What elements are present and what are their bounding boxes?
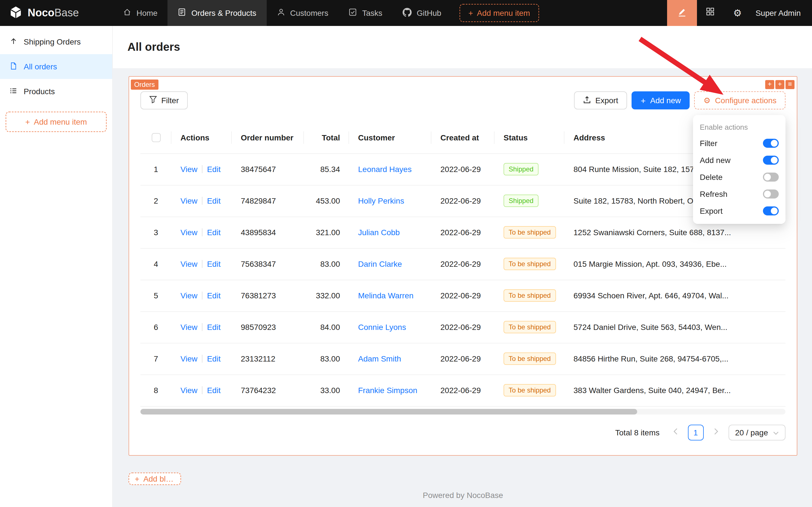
dropdown-item-refresh[interactable]: Refresh (693, 185, 786, 203)
view-link[interactable]: View (180, 386, 197, 395)
edit-link[interactable]: Edit (207, 196, 221, 205)
export-button[interactable]: Export (574, 91, 627, 109)
table-row: 5 ViewEdit 76381273 332.00 Melinda Warre… (140, 280, 786, 311)
edit-link[interactable]: Edit (207, 291, 221, 300)
customer-link[interactable]: Holly Perkins (358, 196, 404, 205)
export-toggle[interactable] (763, 207, 779, 215)
cell-address: 5724 Daniel Drive, Suite 563, 54403, Wen… (565, 311, 786, 343)
column-header-customer: Customer (349, 122, 431, 153)
add-new-button[interactable]: + Add new (632, 91, 690, 109)
block-initializer-icon[interactable]: + (775, 80, 785, 89)
customer-link[interactable]: Melinda Warren (358, 291, 414, 300)
table-row: 2 ViewEdit 74829847 453.00 Holly Perkins… (140, 185, 786, 217)
nav-item-tasks[interactable]: Tasks (338, 0, 393, 26)
table-row: 6 ViewEdit 98570923 84.00 Connie Lyons 2… (140, 311, 786, 343)
customer-link[interactable]: Frankie Simpson (358, 386, 417, 395)
block-add-icon[interactable]: + (765, 80, 774, 89)
sidebar-item-all-orders[interactable]: All orders (0, 54, 112, 79)
sidebar-item-shipping-orders[interactable]: Shipping Orders (0, 29, 112, 54)
row-index: 1 (140, 153, 171, 185)
select-all-checkbox[interactable] (152, 133, 161, 143)
edit-link[interactable]: Edit (207, 386, 221, 395)
table-header-row: Actions Order number Total Customer Crea… (140, 122, 786, 153)
add-new-toggle[interactable] (763, 156, 779, 165)
column-header-created-at: Created at (431, 122, 495, 153)
nav-item-orders-products[interactable]: Orders & Products (168, 0, 267, 26)
customer-link[interactable]: Leonard Hayes (358, 165, 412, 174)
chevron-left-icon (673, 428, 678, 437)
nav-add-menu-item-button[interactable]: + Add menu item (459, 4, 539, 22)
funnel-icon (150, 96, 157, 105)
cell-order-number: 73764232 (232, 375, 304, 406)
powered-by-footer: Powered by NocoBase (128, 490, 797, 505)
sidebar-add-menu-item-button[interactable]: + Add menu item (6, 112, 107, 132)
page-number-button[interactable]: 1 (688, 425, 703, 440)
page-title: All orders (127, 41, 812, 54)
table-row: 3 ViewEdit 43895834 321.00 Julian Cobb 2… (140, 217, 786, 248)
dropdown-item-add-new[interactable]: Add new (693, 152, 786, 169)
next-page-button[interactable] (708, 425, 724, 440)
previous-page-button[interactable] (668, 425, 683, 440)
divider (202, 355, 202, 362)
page-size-select[interactable]: 20 / page (728, 425, 786, 440)
nav-item-home[interactable]: Home (113, 0, 168, 26)
filter-button[interactable]: Filter (140, 91, 188, 109)
cell-total: 321.00 (304, 217, 349, 248)
configure-actions-button[interactable]: ⚙ Configure actions (694, 91, 786, 109)
sidebar-item-products[interactable]: Products (0, 79, 112, 104)
cell-address: 69934 Schoen River, Apt. 646, 49704, Wal… (565, 280, 786, 311)
edit-link[interactable]: Edit (207, 260, 221, 269)
dropdown-item-filter[interactable]: Filter (693, 135, 786, 152)
cell-order-number: 98570923 (232, 311, 304, 343)
edit-link[interactable]: Edit (207, 354, 221, 363)
dropdown-item-delete[interactable]: Delete (693, 169, 786, 185)
scrollbar-thumb[interactable] (140, 409, 637, 414)
column-header-actions: Actions (171, 122, 232, 153)
add-block-button[interactable]: + Add block (128, 472, 181, 485)
drag-handle-icon[interactable]: ≡ (786, 80, 795, 89)
cell-created-at: 2022-06-29 (431, 375, 495, 406)
view-link[interactable]: View (180, 291, 197, 300)
view-link[interactable]: View (180, 260, 197, 269)
divider (202, 165, 202, 173)
nav-item-github[interactable]: GitHub (393, 0, 451, 26)
edit-link[interactable]: Edit (207, 323, 221, 332)
row-index: 2 (140, 185, 171, 217)
row-index: 5 (140, 280, 171, 311)
customer-link[interactable]: Darin Clarke (358, 260, 402, 269)
app-grid-icon (706, 7, 715, 19)
nocobase-logo[interactable]: NocoBase (0, 0, 113, 26)
nav-item-customers[interactable]: Customers (267, 0, 338, 26)
main-area: All orders Orders + + ≡ Filter (113, 26, 812, 507)
view-link[interactable]: View (180, 196, 197, 205)
user-icon (277, 8, 285, 18)
status-badge: To be shipped (504, 226, 556, 238)
plugins-button[interactable] (697, 0, 724, 26)
delete-toggle[interactable] (763, 173, 779, 182)
cell-total: 83.00 (304, 248, 349, 280)
filter-toggle[interactable] (763, 139, 779, 148)
view-link[interactable]: View (180, 323, 197, 332)
row-index: 4 (140, 248, 171, 280)
view-link[interactable]: View (180, 228, 197, 237)
settings-button[interactable]: ⚙ (724, 0, 751, 26)
block-designer-toolbar: + + ≡ (765, 80, 795, 89)
customer-link[interactable]: Julian Cobb (358, 228, 400, 237)
status-badge: To be shipped (504, 289, 556, 302)
cell-order-number: 75638347 (232, 248, 304, 280)
customer-link[interactable]: Connie Lyons (358, 323, 406, 332)
export-icon (583, 96, 591, 105)
table-row: 8 ViewEdit 73764232 33.00 Frankie Simpso… (140, 375, 786, 406)
dropdown-item-export[interactable]: Export (693, 203, 786, 219)
user-menu[interactable]: Super Admin (751, 8, 812, 17)
edit-link[interactable]: Edit (207, 228, 221, 237)
divider (202, 386, 202, 394)
view-link[interactable]: View (180, 165, 197, 174)
refresh-toggle[interactable] (763, 189, 779, 199)
view-link[interactable]: View (180, 354, 197, 363)
edit-link[interactable]: Edit (207, 165, 221, 174)
customer-link[interactable]: Adam Smith (358, 354, 401, 363)
ui-editor-button[interactable] (667, 0, 697, 26)
toolbar-actions: Export + Add new ⚙ Configure actions (574, 91, 786, 109)
horizontal-scrollbar[interactable] (140, 409, 786, 414)
